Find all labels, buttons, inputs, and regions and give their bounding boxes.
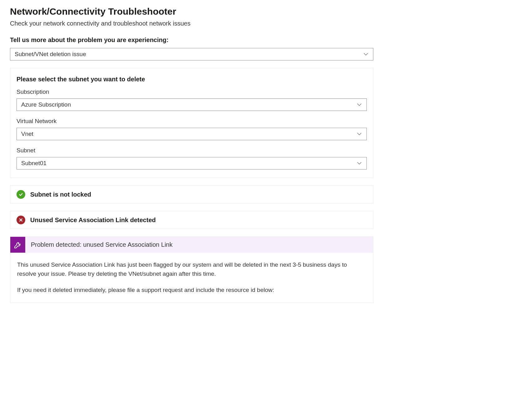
status-error-text: Unused Service Association Link detected (30, 217, 156, 224)
subnet-value: Subnet01 (21, 160, 46, 167)
subnet-panel-title: Please select the subnet you want to del… (17, 76, 367, 83)
problem-detector-title: Problem detected: unused Service Associa… (25, 237, 178, 253)
status-ok-text: Subnet is not locked (30, 191, 91, 198)
error-circle-icon (17, 216, 25, 224)
chevron-down-icon (357, 102, 362, 107)
virtual-network-field: Virtual Network Vnet (17, 118, 367, 140)
subscription-select[interactable]: Azure Subscription (17, 98, 367, 111)
problem-detector-header: Problem detected: unused Service Associa… (10, 237, 373, 253)
chevron-down-icon (363, 51, 369, 57)
status-row-error: Unused Service Association Link detected (10, 211, 373, 229)
virtual-network-label: Virtual Network (17, 118, 367, 125)
subnet-selection-panel: Please select the subnet you want to del… (10, 68, 373, 178)
subscription-value: Azure Subscription (21, 101, 71, 108)
problem-prompt: Tell us more about the problem you are e… (10, 36, 373, 44)
subscription-label: Subscription (17, 88, 367, 95)
chevron-down-icon (357, 160, 362, 166)
virtual-network-value: Vnet (21, 131, 33, 137)
problem-detector-body: This unused Service Association Link has… (10, 253, 373, 303)
wrench-icon (10, 237, 25, 253)
subnet-label: Subnet (17, 147, 367, 154)
status-row-ok: Subnet is not locked (10, 185, 373, 203)
problem-type-value: Subnet/VNet deletion issue (15, 51, 86, 58)
subnet-select[interactable]: Subnet01 (17, 157, 367, 169)
page-title: Network/Connectivity Troubleshooter (10, 6, 373, 17)
chevron-down-icon (357, 131, 362, 137)
page-subtitle: Check your network connectivity and trou… (10, 20, 373, 27)
virtual-network-select[interactable]: Vnet (17, 128, 367, 140)
subnet-field: Subnet Subnet01 (17, 147, 367, 169)
troubleshooter-page: Network/Connectivity Troubleshooter Chec… (0, 0, 383, 315)
problem-type-select[interactable]: Subnet/VNet deletion issue (10, 48, 373, 60)
problem-detector-block: Problem detected: unused Service Associa… (10, 236, 373, 303)
subscription-field: Subscription Azure Subscription (17, 88, 367, 111)
detector-paragraph-2: If you need it deleted immediately, plea… (17, 285, 366, 294)
check-circle-icon (17, 190, 25, 199)
detector-paragraph-1: This unused Service Association Link has… (17, 260, 366, 279)
